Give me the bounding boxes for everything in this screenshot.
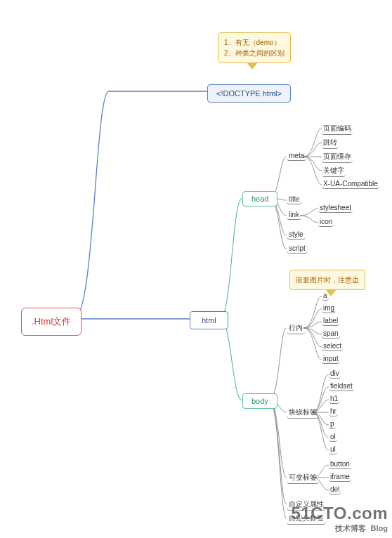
body-node[interactable]: body: [242, 393, 277, 409]
head-node[interactable]: head: [242, 191, 277, 206]
block-leaf[interactable]: hr: [329, 407, 338, 416]
meta-leaf[interactable]: 页面编码: [322, 123, 353, 135]
mutable-category[interactable]: 可变标签: [287, 472, 319, 484]
meta-node[interactable]: meta: [287, 151, 306, 161]
inline-leaf[interactable]: input: [322, 354, 340, 364]
root-node[interactable]: .Html文件: [21, 308, 81, 336]
link-leaf[interactable]: stylesheet: [318, 203, 353, 213]
doctype-node[interactable]: <!DOCTYPE html>: [207, 84, 291, 103]
watermark: 51CTO.com 技术博客 Blog: [292, 504, 388, 534]
inline-leaf[interactable]: img: [322, 303, 336, 313]
block-leaf[interactable]: p: [329, 419, 336, 429]
meta-leaf[interactable]: 页面缓存: [322, 151, 353, 163]
link-leaf[interactable]: icon: [318, 217, 334, 227]
mutable-leaf[interactable]: button: [329, 459, 351, 469]
note-a-tag: 嵌套图片时，注意边: [289, 270, 365, 290]
mutable-leaf[interactable]: del: [329, 485, 341, 494]
inline-leaf[interactable]: select: [322, 341, 343, 351]
inline-leaf[interactable]: a: [322, 291, 329, 301]
style-node[interactable]: style: [287, 230, 306, 240]
block-leaf[interactable]: ul: [329, 445, 337, 454]
inline-category[interactable]: 行内: [287, 322, 305, 334]
block-leaf[interactable]: h1: [329, 394, 339, 404]
meta-leaf[interactable]: 关键字: [322, 165, 346, 177]
inline-leaf[interactable]: span: [322, 329, 340, 339]
html-node[interactable]: html: [190, 311, 228, 329]
meta-leaf[interactable]: X-UA-Compatible: [322, 179, 379, 189]
block-leaf[interactable]: fieldset: [329, 381, 354, 391]
meta-leaf[interactable]: 跳转: [322, 137, 339, 149]
mutable-leaf[interactable]: iframe: [329, 472, 351, 482]
link-node[interactable]: link: [287, 210, 301, 220]
connector-lines: [0, 0, 392, 538]
inline-leaf[interactable]: label: [322, 316, 339, 326]
title-node[interactable]: title: [287, 195, 302, 204]
script-node[interactable]: script: [287, 244, 308, 254]
note-doctype: 1、有无（demo） 2、种类之间的区别: [218, 32, 291, 63]
block-category[interactable]: 块级标签: [287, 407, 319, 419]
block-leaf[interactable]: ol: [329, 432, 337, 442]
block-leaf[interactable]: div: [329, 369, 341, 379]
